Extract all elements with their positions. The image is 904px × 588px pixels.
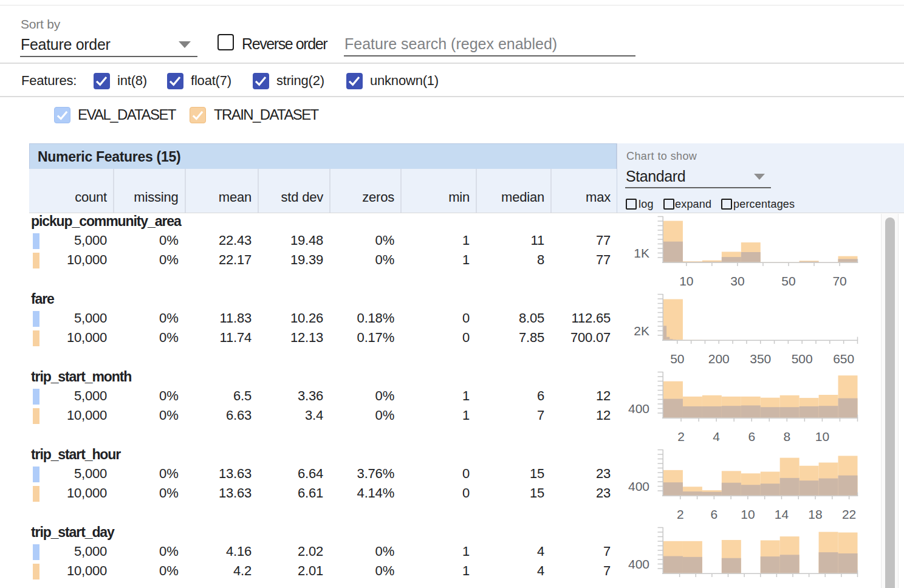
feature-name: trip_start_month <box>31 369 131 385</box>
feature-type-checkbox-unknown[interactable] <box>346 73 363 89</box>
stat-cell-missing: 0% <box>113 309 185 328</box>
dataset-label: EVAL_DATASET <box>78 106 176 123</box>
eval-histogram-bar <box>669 339 673 340</box>
eval-histogram-bar <box>761 407 780 417</box>
stat-cell-mean: 6.63 <box>185 406 258 425</box>
eval-histogram-bar <box>683 491 702 495</box>
stat-cell-std-dev: 19.48 <box>258 231 329 250</box>
stat-cell-std-dev: 2.02 <box>258 542 329 561</box>
feature-type-label: unknown(1) <box>370 73 439 89</box>
eval-histogram-bar <box>819 479 838 496</box>
column-header-min: min <box>400 169 476 213</box>
stat-cell-std-dev: 10.26 <box>258 309 329 328</box>
stat-cell-max: 23 <box>550 464 617 484</box>
chart-to-show-dropdown[interactable]: Standard <box>626 168 685 185</box>
feature-type-checkbox-string[interactable] <box>253 73 269 89</box>
top-rule <box>0 5 904 5</box>
y-axis-label: 1K <box>634 246 649 260</box>
eval-histogram-bar <box>800 406 819 418</box>
histogram-trip_start_month: 400246810 <box>626 369 887 447</box>
x-axis-tick-label: 50 <box>670 352 684 366</box>
dataset-swatch <box>33 233 39 249</box>
eval-histogram-bar <box>741 485 761 495</box>
stat-cell-mean: 4.2 <box>185 561 258 581</box>
stat-cell-count: 5,000 <box>29 309 113 328</box>
feature-search-input[interactable]: Feature search (regex enabled) <box>344 35 557 53</box>
stat-cell-max: 77 <box>550 250 617 270</box>
stat-cell-mean: 13.63 <box>185 484 258 503</box>
stat-cell-std-dev: 6.64 <box>258 464 329 484</box>
histogram-trip_start_day: 400 <box>626 525 887 588</box>
chart-option-checkbox-expand[interactable] <box>663 199 674 210</box>
dataset-checkbox-TRAIN_DATASET[interactable] <box>190 107 206 123</box>
x-axis-tick-label: 22 <box>842 507 856 521</box>
x-axis-tick-label: 6 <box>711 507 718 521</box>
eval-histogram-bar <box>800 261 819 262</box>
y-axis-label: 400 <box>628 479 649 493</box>
stat-cell-mean: 22.43 <box>185 231 258 250</box>
x-axis-tick-label: 30 <box>730 274 744 288</box>
stat-cell-zeros: 0% <box>329 386 400 406</box>
divider <box>0 63 904 64</box>
stat-cell-count: 10,000 <box>29 561 113 581</box>
stat-cell-std-dev: 19.39 <box>258 250 329 270</box>
column-header-zeros: zeros <box>329 169 400 213</box>
scrollbar-thumb[interactable] <box>885 217 895 588</box>
sort-by-dropdown[interactable]: Feature order <box>21 36 111 53</box>
table-title: Numeric Features (15) <box>29 143 617 169</box>
eval-histogram-bar <box>761 556 780 573</box>
stat-cell-min: 1 <box>400 231 476 250</box>
stat-cell-median: 7 <box>476 406 550 425</box>
eval-histogram-bar <box>663 326 666 340</box>
eval-histogram-bar <box>741 405 761 417</box>
stats-row-TRAIN_DATASET: 10,0000%6.633.40%1712 <box>29 406 617 425</box>
eval-histogram-bar <box>683 406 702 418</box>
stat-cell-missing: 0% <box>113 250 185 270</box>
feature-block-trip_start_month: trip_start_month5,0000%6.53.360%161210,0… <box>29 369 617 447</box>
x-axis-tick-label: 2 <box>677 507 684 521</box>
stat-cell-std-dev: 3.36 <box>258 386 329 406</box>
dropdown-arrow-icon[interactable] <box>179 41 191 48</box>
stats-row-EVAL_DATASET: 5,0000%6.53.360%1612 <box>29 386 617 406</box>
x-axis-tick-label: 8 <box>783 429 790 443</box>
stat-cell-missing: 0% <box>113 328 185 347</box>
stat-cell-zeros: 4.14% <box>329 484 400 503</box>
eval-histogram-bar <box>819 552 838 573</box>
stat-cell-max: 12 <box>550 386 617 406</box>
stat-cell-min: 1 <box>400 386 476 406</box>
feature-name: pickup_community_area <box>31 213 181 229</box>
stat-cell-mean: 22.17 <box>185 250 258 270</box>
chart-option-checkbox-log[interactable] <box>626 199 637 210</box>
stat-cell-min: 0 <box>400 464 476 484</box>
chart-option-checkbox-percentages[interactable] <box>721 199 732 210</box>
eval-histogram-bar <box>722 406 741 417</box>
x-axis-tick-label: 200 <box>708 352 730 366</box>
column-header-median: median <box>476 169 550 213</box>
stats-row-TRAIN_DATASET: 10,0000%11.7412.130.17%07.85700.07 <box>29 328 617 347</box>
x-axis-tick-label: 70 <box>832 274 846 288</box>
eval-histogram-bar <box>683 262 702 262</box>
eval-histogram-bar <box>663 556 683 573</box>
stat-cell-min: 1 <box>400 542 476 561</box>
feature-type-checkbox-float[interactable] <box>167 73 183 89</box>
column-header-max: max <box>550 169 617 213</box>
histogram-trip_start_hour: 4002610141822 <box>626 447 887 525</box>
column-header-std-dev: std dev <box>258 169 329 213</box>
feature-block-trip_start_day: trip_start_day5,0000%4.162.020%14710,000… <box>29 525 617 588</box>
stat-cell-count: 5,000 <box>29 464 113 484</box>
reverse-order-checkbox[interactable] <box>217 34 234 50</box>
stat-cell-std-dev: 6.61 <box>258 484 329 503</box>
eval-histogram-bar <box>683 557 702 573</box>
feature-block-fare: fare5,0000%11.8310.260.18%08.05112.6510,… <box>29 292 617 369</box>
stat-cell-zeros: 0% <box>329 406 400 425</box>
x-axis-tick-label: 500 <box>792 352 813 366</box>
stat-cell-median: 8.05 <box>476 309 550 328</box>
stat-cell-min: 0 <box>400 309 476 328</box>
stat-cell-min: 1 <box>400 406 476 425</box>
dataset-swatch <box>33 311 39 327</box>
stat-cell-count: 10,000 <box>29 406 113 425</box>
dataset-checkbox-EVAL_DATASET[interactable] <box>54 107 70 123</box>
feature-type-checkbox-int[interactable] <box>94 73 110 89</box>
dropdown-arrow-icon[interactable] <box>754 174 765 180</box>
column-header-count: count <box>29 169 113 213</box>
